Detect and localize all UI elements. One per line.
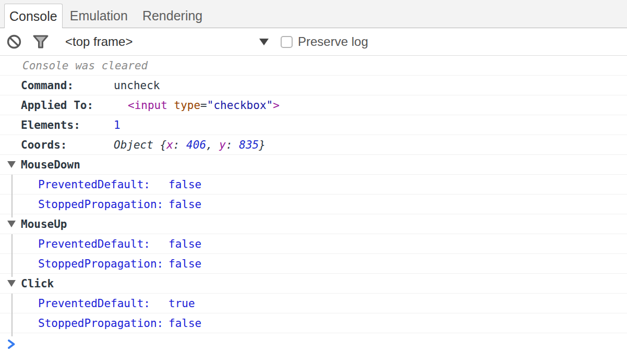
attr-value: "checkbox": [207, 99, 273, 112]
attr-name: type: [167, 99, 200, 112]
console-toolbar: <top frame> Preserve log: [0, 28, 627, 56]
prop-y-value: 835: [239, 139, 259, 151]
prop-x-value: 406: [186, 139, 206, 151]
tab-console[interactable]: Console: [4, 4, 63, 28]
command-row: Command: uncheck: [0, 76, 627, 95]
equals-sign: =: [200, 99, 207, 112]
event-detail-value: false: [168, 258, 201, 270]
triangle-down-icon[interactable]: [7, 280, 16, 287]
group-title: MouseDown: [21, 159, 80, 171]
prop-x-key: x: [166, 139, 173, 151]
command-value: uncheck: [114, 79, 160, 92]
colon: :: [226, 139, 239, 151]
group-toggle-mouseup[interactable]: MouseUp: [0, 214, 627, 234]
tab-rendering[interactable]: Rendering: [135, 4, 210, 28]
brace-open: {: [153, 139, 166, 151]
event-detail-label: PreventedDefault:: [38, 178, 168, 191]
object-preview[interactable]: Object {x: 406, y: 835}: [114, 139, 266, 151]
frame-selector-dropdown[interactable]: <top frame>: [65, 34, 269, 49]
group-title: MouseUp: [21, 218, 67, 230]
devtools-console-panel: Console Emulation Rendering <top frame> …: [0, 0, 627, 363]
event-detail-label: PreventedDefault:: [38, 297, 168, 310]
console-prompt[interactable]: [0, 333, 627, 363]
event-detail-row: PreventedDefault: false: [0, 234, 627, 254]
event-detail-row: PreventedDefault: true: [0, 294, 627, 313]
event-detail-value: false: [168, 198, 201, 211]
brace-close: }: [259, 139, 266, 151]
event-detail-label: StoppedPropagation:: [38, 317, 168, 330]
applied-to-label: Applied To:: [21, 99, 114, 112]
group-toggle-mousedown[interactable]: MouseDown: [0, 155, 627, 175]
elements-value: 1: [114, 119, 120, 131]
group-title: Click: [21, 277, 54, 290]
applied-to-row: Applied To: <input type="checkbox">: [0, 95, 627, 115]
elements-label: Elements:: [21, 119, 114, 131]
tab-emulation[interactable]: Emulation: [63, 4, 135, 28]
event-detail-label: StoppedPropagation:: [38, 198, 168, 211]
group-body-click: PreventedDefault: true StoppedPropagatio…: [0, 294, 627, 333]
preserve-log-checkbox[interactable]: [281, 36, 293, 48]
console-cleared-message: Console was cleared: [0, 56, 627, 76]
group-body-mousedown: PreventedDefault: false StoppedPropagati…: [0, 175, 627, 214]
console-output: Console was cleared Command: uncheck App…: [0, 56, 627, 363]
triangle-down-icon[interactable]: [7, 221, 16, 227]
preserve-log-label[interactable]: Preserve log: [298, 34, 368, 49]
group-body-mouseup: PreventedDefault: false StoppedPropagati…: [0, 234, 627, 274]
command-label: Command:: [21, 79, 114, 92]
element-preview[interactable]: <input type="checkbox">: [128, 99, 280, 112]
chevron-down-icon: [259, 39, 269, 45]
event-detail-value: true: [168, 297, 195, 310]
event-detail-value: false: [168, 238, 201, 250]
event-detail-label: PreventedDefault:: [38, 238, 168, 250]
elements-row: Elements: 1: [0, 115, 627, 135]
event-detail-row: PreventedDefault: false: [0, 175, 627, 195]
event-detail-row: StoppedPropagation: false: [0, 313, 627, 333]
tag-open: <input: [128, 99, 167, 112]
event-detail-row: StoppedPropagation: false: [0, 195, 627, 214]
frame-selector-value: <top frame>: [65, 34, 132, 49]
chevron-right-icon: [7, 340, 16, 353]
filter-icon[interactable]: [32, 34, 49, 49]
cleared-text: Console was cleared: [22, 59, 148, 72]
tag-close: >: [273, 99, 280, 112]
prop-y-key: y: [219, 139, 226, 151]
coords-row: Coords: Object {x: 406, y: 835}: [0, 135, 627, 155]
event-detail-row: StoppedPropagation: false: [0, 254, 627, 274]
coords-label: Coords:: [21, 139, 114, 151]
colon: :: [173, 139, 186, 151]
group-toggle-click[interactable]: Click: [0, 274, 627, 294]
event-detail-value: false: [168, 178, 201, 191]
tab-bar: Console Emulation Rendering: [0, 0, 627, 28]
event-detail-value: false: [168, 317, 201, 330]
event-detail-label: StoppedPropagation:: [38, 258, 168, 270]
object-name: Object: [114, 139, 153, 151]
triangle-down-icon[interactable]: [7, 161, 16, 168]
clear-console-icon[interactable]: [7, 34, 21, 49]
comma: ,: [206, 139, 219, 151]
